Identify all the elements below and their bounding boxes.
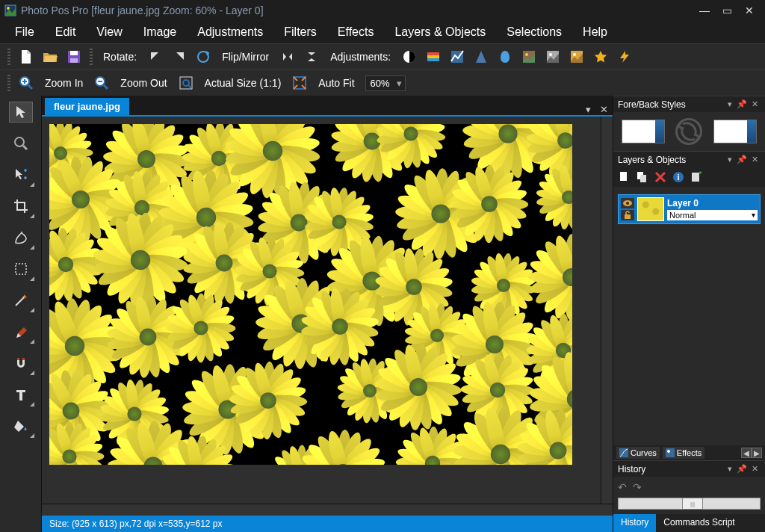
swap-colors-icon[interactable] xyxy=(675,118,702,145)
grip-icon[interactable] xyxy=(7,49,10,65)
history-tab[interactable]: History xyxy=(613,514,656,532)
slider-thumb[interactable]: ||| xyxy=(682,498,703,510)
svg-rect-23 xyxy=(16,264,26,274)
history-panel: ↶ ↷ ||| xyxy=(613,477,765,514)
grip-icon[interactable] xyxy=(90,49,93,65)
zoom-out-button[interactable] xyxy=(93,75,110,91)
auto-fit-button[interactable] xyxy=(291,75,308,91)
tab-close-button[interactable]: ✕ xyxy=(595,104,613,115)
foreground-swatch[interactable] xyxy=(622,120,665,143)
new-file-button[interactable] xyxy=(18,49,34,65)
layer-blend-mode-select[interactable]: Normal▾ xyxy=(667,210,758,220)
levels-button[interactable] xyxy=(449,49,465,65)
rotate-right-button[interactable] xyxy=(171,49,188,65)
menu-file[interactable]: File xyxy=(4,22,45,42)
redo-button[interactable]: ↷ xyxy=(633,481,642,493)
layer-item[interactable]: Layer 0 Normal▾ xyxy=(618,194,761,224)
zoom-out-label[interactable]: Zoom Out xyxy=(117,77,170,89)
layer-info-button[interactable]: i xyxy=(672,170,685,184)
save-button[interactable] xyxy=(66,49,82,65)
color-balance-button[interactable] xyxy=(497,49,513,65)
panel-header-history[interactable]: History ▾ 📌 ✕ xyxy=(613,460,765,477)
panel-header-layers[interactable]: Layers & Objects ▾ 📌 ✕ xyxy=(613,151,765,167)
image-canvas[interactable] xyxy=(49,124,572,465)
flip-horizontal-button[interactable] xyxy=(279,49,296,65)
panel-close-icon[interactable]: ✕ xyxy=(749,464,761,474)
duplicate-layer-button[interactable] xyxy=(636,170,649,184)
effects-tab[interactable]: Effects xyxy=(663,447,704,459)
curves-tab[interactable]: Curves xyxy=(616,447,660,459)
image-adjust-button[interactable] xyxy=(521,49,537,65)
tab-scroll-right[interactable]: ▶ xyxy=(752,448,762,458)
panel-collapse-icon[interactable]: ▾ xyxy=(725,155,734,164)
grayscale-button[interactable] xyxy=(545,49,561,65)
zoom-tool[interactable] xyxy=(9,133,33,154)
menu-selections[interactable]: Selections xyxy=(496,22,572,42)
zoom-in-button[interactable] xyxy=(18,75,34,91)
close-button[interactable]: ✕ xyxy=(738,3,761,18)
panel-close-icon[interactable]: ✕ xyxy=(749,155,761,164)
vertical-scrollbar[interactable] xyxy=(601,117,613,504)
magnet-tool[interactable] xyxy=(9,353,33,374)
panel-header-foreback[interactable]: Fore/Back Styles ▾ 📌 ✕ xyxy=(613,96,765,112)
layer-visible-toggle[interactable] xyxy=(621,198,634,208)
crop-tool[interactable] xyxy=(9,196,33,217)
menu-edit[interactable]: Edit xyxy=(45,22,87,42)
background-swatch[interactable] xyxy=(713,120,757,143)
panel-close-icon[interactable]: ✕ xyxy=(749,99,761,109)
layer-name-label[interactable]: Layer 0 xyxy=(667,198,758,208)
document-tab[interactable]: fleur jaune.jpg xyxy=(45,98,129,115)
maximize-button[interactable]: ▭ xyxy=(716,3,738,18)
menu-image[interactable]: Image xyxy=(133,22,187,42)
brightness-contrast-button[interactable] xyxy=(401,49,418,65)
document-tab-bar: fleur jaune.jpg ▾ ✕ xyxy=(42,96,613,115)
actual-size-button[interactable] xyxy=(178,75,194,91)
curves-button[interactable] xyxy=(473,49,489,65)
delete-layer-button[interactable] xyxy=(654,170,667,184)
flip-vertical-button[interactable] xyxy=(303,49,320,65)
rectangle-select-tool[interactable] xyxy=(9,259,33,279)
favorite-button[interactable] xyxy=(592,49,609,65)
panel-collapse-icon[interactable]: ▾ xyxy=(725,464,734,474)
tab-menu-button[interactable]: ▾ xyxy=(581,104,595,115)
layer-add-button[interactable] xyxy=(690,170,703,184)
actual-size-label[interactable]: Actual Size (1:1) xyxy=(202,77,285,89)
quick-fix-button[interactable] xyxy=(616,49,633,65)
pointer-tool[interactable] xyxy=(9,102,33,123)
layer-thumbnail[interactable] xyxy=(637,197,664,221)
tab-scroll-left[interactable]: ◀ xyxy=(741,448,752,458)
layer-lock-toggle[interactable] xyxy=(621,210,634,220)
menu-filters[interactable]: Filters xyxy=(273,22,327,42)
panel-pin-icon[interactable]: 📌 xyxy=(734,99,749,109)
pen-tool[interactable] xyxy=(9,321,33,342)
sepia-button[interactable] xyxy=(569,49,585,65)
menu-effects[interactable]: Effects xyxy=(327,22,385,42)
horizontal-scrollbar[interactable] xyxy=(42,504,613,516)
history-slider[interactable]: ||| xyxy=(618,498,761,510)
menu-adjustments[interactable]: Adjustments xyxy=(187,22,273,42)
auto-fit-label[interactable]: Auto Fit xyxy=(315,77,357,89)
zoom-in-label[interactable]: Zoom In xyxy=(42,77,86,89)
open-file-button[interactable] xyxy=(42,49,58,65)
grip-icon[interactable] xyxy=(7,75,10,91)
commands-script-tab[interactable]: Commands Script xyxy=(656,514,742,532)
magic-wand-tool[interactable] xyxy=(9,290,33,311)
hue-saturation-button[interactable] xyxy=(425,49,442,65)
bucket-tool[interactable] xyxy=(9,415,33,436)
panel-pin-icon[interactable]: 📌 xyxy=(734,155,749,164)
panel-collapse-icon[interactable]: ▾ xyxy=(725,99,734,109)
menu-view[interactable]: View xyxy=(86,22,132,42)
move-tool[interactable] xyxy=(9,164,33,185)
undo-button[interactable]: ↶ xyxy=(618,481,627,493)
rotate-free-button[interactable] xyxy=(195,49,211,65)
healing-tool[interactable] xyxy=(9,227,33,248)
panel-pin-icon[interactable]: 📌 xyxy=(734,464,749,474)
zoom-select[interactable]: 60% xyxy=(365,75,406,91)
minimize-button[interactable]: — xyxy=(693,3,716,18)
menu-layers-objects[interactable]: Layers & Objects xyxy=(384,22,496,42)
menu-help[interactable]: Help xyxy=(572,22,618,42)
rotate-left-button[interactable] xyxy=(147,49,164,65)
text-tool[interactable] xyxy=(9,384,33,405)
svg-rect-4 xyxy=(70,58,78,63)
new-layer-button[interactable] xyxy=(618,170,631,184)
